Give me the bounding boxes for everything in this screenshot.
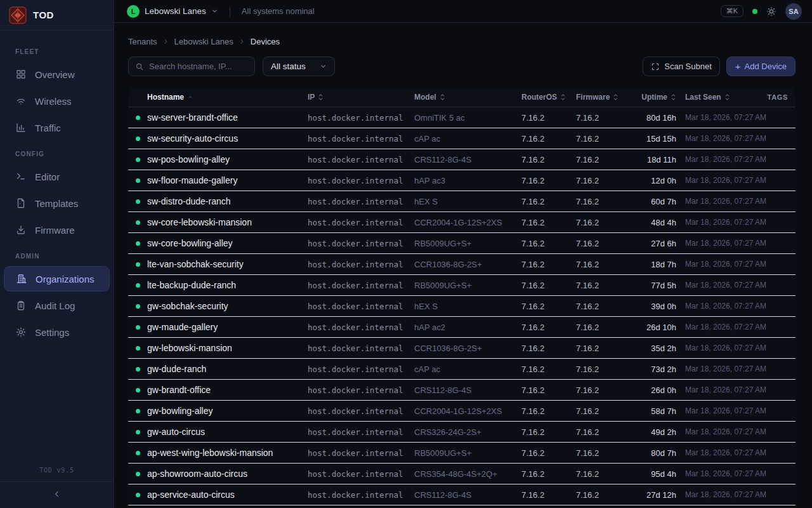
hostname-cell: gw-dude-ranch [147, 364, 308, 374]
user-avatar[interactable]: SA [785, 3, 802, 20]
table-row[interactable]: sw-security-auto-circus host.docker.inte… [128, 128, 796, 149]
sidebar-item-traffic[interactable]: Traffic [4, 115, 110, 140]
search-box [128, 57, 255, 76]
column-header-ip[interactable]: IP [308, 93, 414, 102]
hostname-cell: gw-brandt-office [147, 385, 308, 395]
table-row[interactable]: sw-core-bowling-alley host.docker.intern… [128, 233, 796, 254]
status-dot-cell [128, 346, 147, 351]
scan-subnet-button[interactable]: Scan Subnet [643, 57, 719, 76]
model-cell: CCR1036-8G-2S+ [414, 260, 521, 269]
sort-icon [671, 93, 676, 101]
model-cell: CRS326-24G-2S+ [414, 427, 521, 437]
chevron-down-icon [211, 8, 218, 15]
model-cell: hEX S [414, 302, 521, 311]
firmware-cell: 7.16.2 [576, 302, 629, 311]
brand-logo-icon [9, 6, 27, 24]
sidebar-item-firmware[interactable]: Firmware [4, 217, 110, 243]
online-status-dot [136, 409, 140, 413]
last-seen-cell: Mar 18, 2026, 07:27 AM [676, 406, 765, 415]
last-seen-cell: Mar 18, 2026, 07:27 AM [676, 197, 765, 206]
section-label-config: CONFIG [0, 142, 114, 163]
table-header: Hostname IP Model [128, 88, 796, 107]
hostname-cell: gw-maude-gallery [147, 322, 308, 332]
status-dot-cell [128, 220, 147, 225]
online-status-dot [136, 493, 140, 497]
table-row[interactable]: ap-service-auto-circus host.docker.inter… [128, 485, 796, 505]
table-row[interactable]: lte-backup-dude-ranch host.docker.intern… [128, 275, 796, 296]
column-label: TAGS [768, 93, 788, 101]
table-row[interactable]: sw-core-lebowski-mansion host.docker.int… [128, 212, 796, 233]
hostname-cell: gw-auto-circus [147, 427, 308, 437]
table-row[interactable]: gw-bowling-alley host.docker.internal CC… [128, 401, 796, 422]
topbar: L Lebowski Lanes All systems nominal ⌘K … [114, 0, 812, 23]
table-row[interactable]: ap-showroom-auto-circus host.docker.inte… [128, 464, 796, 485]
table-row[interactable]: sw-server-brandt-office host.docker.inte… [128, 107, 796, 128]
online-status-dot [136, 325, 140, 330]
breadcrumb-tenants[interactable]: Tenants [128, 37, 157, 46]
clipboard-icon [15, 300, 27, 312]
column-header-uptime[interactable]: Uptime [629, 93, 676, 102]
table-row[interactable]: gw-brandt-office host.docker.internal CR… [128, 380, 796, 401]
column-header-routeros[interactable]: RouterOS [521, 93, 576, 102]
app-version: TOD v9.5 [0, 462, 114, 481]
uptime-cell: 39d 0h [629, 302, 676, 311]
model-cell: CCR2004-1G-12S+2XS [414, 218, 521, 227]
add-device-button[interactable]: + Add Device [726, 57, 796, 76]
breadcrumb-tenant-name[interactable]: Lebowski Lanes [174, 37, 233, 46]
sidebar-item-templates[interactable]: Templates [4, 190, 110, 216]
column-header-hostname[interactable]: Hostname [147, 93, 308, 102]
table-row[interactable]: sw-distro-dude-ranch host.docker.interna… [128, 191, 796, 212]
theme-toggle-button[interactable] [766, 6, 776, 17]
chevron-right-icon [239, 38, 246, 45]
scan-icon [651, 62, 660, 71]
table-row[interactable]: gw-auto-circus host.docker.internal CRS3… [128, 422, 796, 443]
table-row[interactable]: gw-maude-gallery host.docker.internal hA… [128, 317, 796, 338]
table-row[interactable]: sw-pos-bowling-alley host.docker.interna… [128, 149, 796, 170]
hostname-cell: gw-lebowski-mansion [147, 343, 308, 353]
sidebar-item-label: Firmware [35, 225, 75, 236]
online-status-dot [136, 241, 140, 246]
sidebar-item-overview[interactable]: Overview [4, 62, 110, 87]
routeros-cell: 7.16.2 [521, 281, 576, 290]
table-row[interactable]: lte-van-sobchak-security host.docker.int… [128, 254, 796, 275]
status-dot-cell [128, 241, 147, 246]
sidebar-item-label: Organizations [36, 274, 95, 284]
table-row[interactable]: ap-west-wing-lebowski-mansion host.docke… [128, 443, 796, 464]
column-label: Uptime [641, 93, 667, 102]
uptime-cell: 73d 2h [629, 364, 676, 374]
column-header-firmware[interactable]: Firmware [576, 93, 629, 102]
online-status-dot [136, 472, 140, 476]
sidebar-item-editor[interactable]: Editor [4, 164, 110, 189]
sidebar-item-audit-log[interactable]: Audit Log [4, 293, 110, 318]
sidebar-item-wireless[interactable]: Wireless [4, 88, 110, 114]
last-seen-cell: Mar 18, 2026, 07:27 AM [676, 302, 765, 311]
sidebar-collapse-button[interactable] [0, 481, 114, 508]
search-input[interactable] [149, 62, 248, 71]
status-dot-cell [128, 493, 147, 497]
tenant-switcher[interactable]: L Lebowski Lanes [127, 5, 218, 18]
table-row[interactable]: sw-floor-maude-gallery host.docker.inter… [128, 170, 796, 191]
status-dot-cell [128, 116, 147, 120]
status-dot-cell [128, 367, 147, 371]
status-dot-cell [128, 199, 147, 204]
ip-cell: host.docker.internal [308, 469, 414, 479]
firmware-cell: 7.16.2 [576, 155, 629, 164]
last-seen-cell: Mar 18, 2026, 07:27 AM [676, 155, 765, 164]
sidebar-item-organizations[interactable]: Organizations [4, 266, 110, 291]
uptime-cell: 58d 7h [629, 406, 676, 416]
table-row[interactable]: gw-dude-ranch host.docker.internal cAP a… [128, 359, 796, 380]
last-seen-cell: Mar 18, 2026, 07:27 AM [676, 490, 765, 499]
column-header-model[interactable]: Model [414, 93, 521, 102]
table-row[interactable]: gw-lebowski-mansion host.docker.internal… [128, 338, 796, 359]
status-filter-select[interactable]: All status [263, 57, 335, 76]
command-palette-shortcut[interactable]: ⌘K [721, 5, 743, 17]
routeros-cell: 7.16.2 [521, 448, 576, 458]
status-dot-cell [128, 451, 147, 455]
uptime-cell: 80d 7h [629, 448, 676, 458]
column-header-tags: TAGS [765, 93, 796, 101]
table-row[interactable]: gw-sobchak-security host.docker.internal… [128, 296, 796, 317]
sidebar-item-settings[interactable]: Settings [4, 319, 110, 345]
brand-name: TOD [33, 10, 54, 20]
column-header-last-seen[interactable]: Last Seen [676, 93, 765, 102]
status-dot-cell [128, 325, 147, 330]
